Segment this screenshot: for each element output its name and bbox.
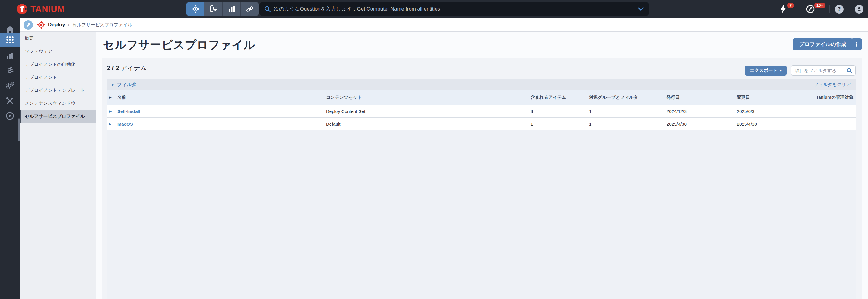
caret-down-icon: ▾: [780, 69, 782, 73]
profiles-table: ▶ フィルタ フィルタをクリア ▶ 名前 コンテンツセット 含まれるアイテム 対…: [107, 79, 856, 299]
trends-icon[interactable]: [806, 0, 815, 18]
icon-rail: [0, 18, 20, 299]
question-search-input[interactable]: [274, 6, 638, 12]
breadcrumb-module[interactable]: Deploy: [48, 22, 65, 28]
filter-items-input[interactable]: [792, 65, 855, 75]
pin-icon[interactable]: [24, 20, 33, 30]
cell-target-groups-filters: 1: [589, 121, 666, 127]
main-content: セルフサービスプロファイル プロファイルの作成 ⋮ 2 / 2 アイテム エクス…: [96, 32, 868, 299]
expand-all-triangle-icon[interactable]: ▶: [107, 96, 117, 99]
interact-icon[interactable]: [186, 2, 205, 16]
cell-modified-date: 2025/4/30: [737, 121, 808, 127]
table-header-row: ▶ 名前 コンテンツセット 含まれるアイテム 対象グループとフィルタ 発行日 変…: [107, 90, 856, 105]
col-issued-date[interactable]: 発行日: [666, 94, 737, 100]
breadcrumb: Deploy › セルフサービスプロファイル: [20, 18, 868, 32]
kebab-menu-button[interactable]: ⋮: [851, 38, 862, 50]
clear-filter-link[interactable]: フィルタをクリア: [814, 82, 851, 88]
table-row[interactable]: ▶ Self-Install Deploy Content Set 3 1 20…: [107, 105, 856, 118]
sidebar-item-deployment-templates[interactable]: デプロイメントテンプレート: [20, 84, 96, 97]
explore-compass-icon[interactable]: [0, 109, 20, 123]
sidebar-item-deployment-automation[interactable]: デプロイメントの自動化: [20, 58, 96, 71]
page-title: セルフサービスプロファイル: [103, 37, 255, 53]
search-icon: [264, 6, 271, 12]
content-panel: 2 / 2 アイテム エクスポート▾ ▶ フィルタ: [102, 58, 862, 299]
chevron-down-icon[interactable]: [638, 7, 644, 11]
expand-triangle-icon: ▶: [112, 83, 114, 87]
tanium-logo-text: TANIUM: [30, 4, 65, 14]
row-expand-triangle-icon[interactable]: ▶: [107, 122, 117, 126]
endpoints-icon[interactable]: [205, 2, 223, 16]
alerts-badge: 7: [787, 2, 795, 9]
cell-included-items: 1: [530, 121, 589, 127]
item-count: 2 / 2 アイテム: [107, 64, 147, 72]
user-account-icon[interactable]: [855, 0, 864, 18]
sidebar-item-overview[interactable]: 概要: [20, 32, 96, 45]
modules-grid-icon[interactable]: [0, 33, 20, 47]
profile-link[interactable]: Self-Install: [117, 109, 140, 114]
link-icon[interactable]: [241, 2, 259, 16]
alerts-icon[interactable]: [780, 0, 786, 18]
tanium-logo-icon: [16, 3, 28, 15]
deploy-module-icon: [37, 21, 45, 29]
reporting-icon[interactable]: [223, 2, 241, 16]
filter-section-bar: ▶ フィルタ フィルタをクリア: [107, 79, 856, 90]
cell-target-groups-filters: 1: [589, 109, 666, 114]
export-button[interactable]: エクスポート▾: [745, 65, 786, 76]
settings-gears-icon[interactable]: [0, 79, 20, 93]
sidebar-item-maintenance-windows[interactable]: メンテナンスウィンドウ: [20, 97, 96, 110]
question-search-bar[interactable]: [259, 2, 649, 16]
col-tanium-managed[interactable]: Taniumの管理対象: [808, 94, 856, 100]
reports-icon[interactable]: [0, 48, 20, 63]
rail-scrollbar-thumb[interactable]: [19, 118, 20, 141]
filter-search-icon[interactable]: [846, 67, 852, 74]
app-window: TANIUM: [0, 0, 868, 299]
table-row[interactable]: ▶ macOS Default 1 1 2025/4/30 2025/4/30: [107, 118, 856, 131]
breadcrumb-current: セルフサービスプロファイル: [72, 22, 132, 28]
col-name[interactable]: 名前: [117, 94, 326, 100]
col-content-set[interactable]: コンテンツセット: [326, 94, 530, 100]
help-icon[interactable]: ?: [835, 0, 843, 18]
col-target-groups-filters[interactable]: 対象グループとフィルタ: [589, 94, 666, 100]
col-modified-date[interactable]: 変更日: [737, 94, 808, 100]
create-profile-button[interactable]: プロファイルの作成: [793, 38, 853, 50]
row-expand-triangle-icon[interactable]: ▶: [107, 109, 117, 113]
divider: [801, 5, 801, 13]
layers-icon[interactable]: [0, 63, 20, 78]
cell-issued-date: 2024/12/3: [666, 109, 737, 114]
col-included-items[interactable]: 含まれるアイテム: [530, 94, 589, 100]
cell-modified-date: 2025/6/3: [737, 109, 808, 114]
cell-included-items: 3: [530, 109, 589, 114]
module-toolbar: [186, 2, 259, 16]
admin-tools-icon[interactable]: [0, 93, 20, 108]
divider: [829, 5, 830, 13]
breadcrumb-separator: ›: [68, 22, 70, 28]
deploy-sidebar: 概要 ソフトウェア デプロイメントの自動化 デプロイメント デプロイメントテンプ…: [20, 32, 96, 299]
sidebar-item-self-service-profiles[interactable]: セルフサービスプロファイル: [20, 110, 96, 123]
cell-content-set: Deploy Content Set: [326, 109, 530, 114]
sidebar-item-deployments[interactable]: デプロイメント: [20, 71, 96, 84]
modules-badge: 10+: [814, 2, 826, 9]
cell-issued-date: 2025/4/30: [666, 121, 737, 127]
divider: [848, 5, 848, 13]
filter-section-toggle[interactable]: ▶ フィルタ: [112, 82, 136, 88]
top-bar: TANIUM: [0, 0, 868, 18]
cell-content-set: Default: [326, 121, 530, 127]
tanium-logo[interactable]: TANIUM: [16, 3, 65, 15]
filter-items-box: [791, 65, 856, 76]
profile-link[interactable]: macOS: [117, 121, 133, 127]
sidebar-item-software[interactable]: ソフトウェア: [20, 45, 96, 58]
